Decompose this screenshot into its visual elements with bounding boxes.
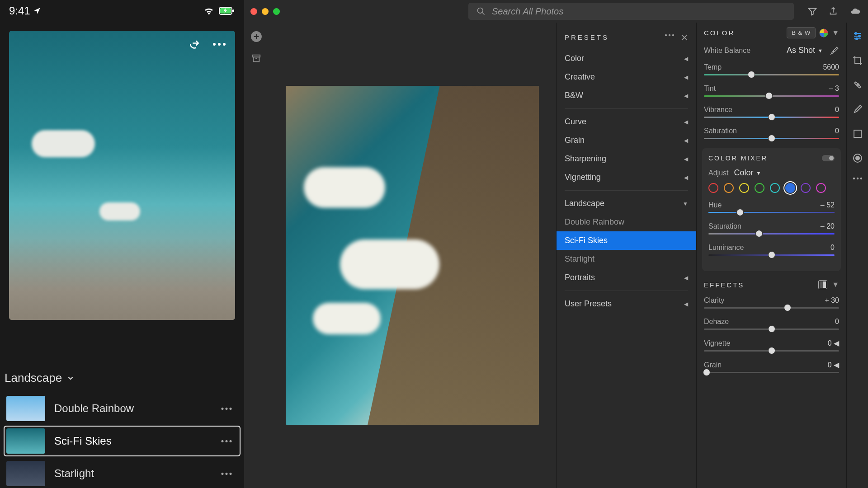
color-swatch[interactable] [785,183,795,193]
slider-track[interactable] [708,254,835,256]
preset-group-landscape[interactable]: Landscape ▼ [557,194,696,213]
preset-group[interactable]: Vignetting◀ [557,168,696,187]
preset-name: Double Rainbow [54,402,212,415]
heal-icon[interactable] [852,80,863,90]
slider-track[interactable] [708,212,835,213]
adjust-dropdown[interactable]: Color ▼ [734,168,761,178]
mobile-preset-item[interactable]: Double Rainbow [5,394,240,423]
svg-point-21 [672,34,674,36]
slider-track[interactable] [704,328,839,330]
chevron-down-icon[interactable]: ▼ [832,281,839,289]
presets-more-icon[interactable] [665,34,675,41]
split-tone-icon[interactable] [818,280,827,289]
brush-icon[interactable] [852,104,863,115]
filter-icon[interactable] [807,6,817,16]
preset-group[interactable]: Grain◀ [557,131,696,150]
preset-more-icon[interactable] [221,472,238,475]
svg-point-15 [478,8,483,14]
eyedropper-icon[interactable] [830,46,839,55]
cloud-icon[interactable] [849,6,862,16]
desktop-app: Search All Photos [244,0,868,488]
preset-item[interactable]: Sci-Fi Skies [557,231,696,250]
preset-more-icon[interactable] [221,407,238,410]
add-photo-icon[interactable] [250,31,262,42]
color-swatch[interactable] [739,183,749,193]
left-toolbar [244,23,269,488]
slider-label: Luminance [708,244,744,252]
preset-group[interactable]: Sharpening◀ [557,150,696,168]
linear-gradient-icon[interactable] [852,128,863,139]
presets-panel: PRESETS Color◀Creative◀B&W◀ Curve◀Grain◀… [556,23,696,488]
mobile-preset-item[interactable]: Starlight [5,459,240,488]
slider-thumb[interactable] [784,304,791,311]
status-time: 9:41 [9,5,30,17]
preset-group[interactable]: Creative◀ [557,68,696,86]
preset-group-portraits[interactable]: Portraits ◀ [557,268,696,287]
bw-toggle[interactable]: B & W [787,27,816,38]
minimize-window[interactable] [262,8,269,15]
more-tools-icon[interactable] [853,177,863,180]
slider-track[interactable] [704,138,839,139]
color-swatch[interactable] [724,183,734,193]
preset-group[interactable]: Color◀ [557,49,696,68]
mixer-toggle[interactable] [822,155,835,161]
slider-track[interactable] [704,350,839,352]
svg-point-34 [860,178,862,179]
presets-close-icon[interactable] [681,34,688,41]
color-swatch[interactable] [816,183,826,193]
search-input[interactable]: Search All Photos [468,3,794,20]
slider-value: 0 ◀ [828,361,839,369]
chevron-down-icon[interactable]: ▼ [832,29,839,37]
slider-track[interactable] [704,95,839,97]
slider-thumb[interactable] [768,113,775,121]
sliders-icon[interactable] [852,31,863,42]
slider-value: 5600 [823,63,839,71]
color-swatch[interactable] [755,183,764,193]
more-icon[interactable] [212,42,226,46]
color-swatch[interactable] [708,183,718,193]
color-wheel-icon[interactable] [819,28,828,38]
maximize-window[interactable] [273,8,280,15]
slider-thumb[interactable] [768,135,775,142]
preset-more-icon[interactable] [221,440,238,443]
slider-thumb[interactable] [703,369,710,376]
close-window[interactable] [250,8,257,15]
mobile-preset-item[interactable]: Sci-Fi Skies [5,427,240,455]
chevron-left-icon: ◀ [684,119,688,125]
mobile-category-dropdown[interactable]: Landscape [0,362,244,394]
slider-track[interactable] [708,233,835,235]
slider-track[interactable] [704,307,839,309]
svg-point-3 [213,43,216,46]
preset-item[interactable]: Starlight [557,250,696,268]
preset-group[interactable]: B&W◀ [557,86,696,105]
slider-thumb[interactable] [755,230,763,237]
preset-group[interactable]: Curve◀ [557,113,696,131]
preset-group-user[interactable]: User Presets ◀ [557,295,696,313]
preset-item[interactable]: Double Rainbow [557,213,696,231]
crop-icon[interactable] [852,55,863,66]
window-controls[interactable] [250,8,280,15]
wifi-icon [203,5,214,16]
slider-track[interactable] [704,74,839,75]
slider-thumb[interactable] [748,71,755,78]
mobile-panel: 9:41 Landscape Double Rainbow [0,0,244,488]
radial-gradient-icon[interactable] [852,153,863,164]
slider-thumb[interactable] [768,347,775,354]
slider-track[interactable] [704,117,839,118]
color-swatch[interactable] [801,183,811,193]
share-icon[interactable] [188,38,201,51]
svg-point-33 [856,178,858,179]
export-icon[interactable] [828,6,838,16]
slider-thumb[interactable] [768,325,775,333]
archive-icon[interactable] [251,53,261,63]
slider-thumb[interactable] [765,92,773,99]
slider-thumb[interactable] [736,209,744,216]
color-swatch[interactable] [770,183,780,193]
slider-thumb[interactable] [768,251,775,258]
mobile-status-bar: 9:41 [0,0,244,22]
canvas[interactable] [269,23,556,488]
wb-dropdown[interactable]: As Shot ▼ [787,46,823,55]
mixer-title: COLOR MIXER [708,155,768,162]
chevron-left-icon: ◀ [684,93,688,99]
slider-track[interactable] [704,372,839,373]
